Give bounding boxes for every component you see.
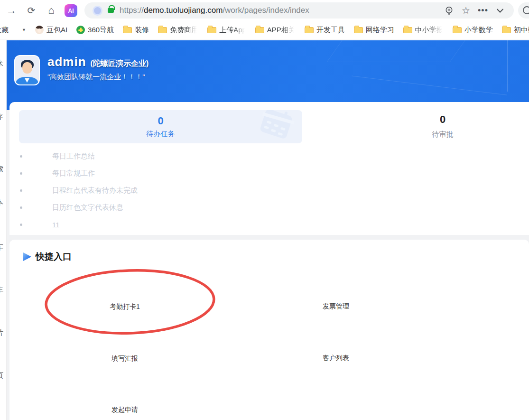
partial-char: 页 xyxy=(0,371,3,380)
bookmark-star-icon[interactable]: ☆ xyxy=(459,2,473,19)
bookmark-label: 开发工具 xyxy=(316,26,345,35)
bookmark-folder-zhongxiaoxue[interactable]: 中小学报 xyxy=(403,26,444,35)
folder-icon xyxy=(255,27,264,33)
left-edge-clipped-strip: 来 序 索 本 车 丰 片 页 xyxy=(0,40,7,420)
address-bar[interactable]: https://demo.tuoluojiang.com/work/pages/… xyxy=(84,2,514,19)
notice-item[interactable]: 每日常规工作 xyxy=(9,165,529,182)
quick-entry-title: 快捷入口 xyxy=(23,251,72,263)
approval-stat[interactable]: 0 待审批 xyxy=(395,113,490,139)
bookmark-folder-mianfei[interactable]: 免费商用 xyxy=(158,26,198,35)
company-name: (陀螺匠演示企业) xyxy=(91,59,149,67)
play-triangle-icon xyxy=(23,252,31,261)
avatar-collar xyxy=(25,78,29,83)
notice-text: 11 xyxy=(52,221,60,229)
bookmarks-bar: 收藏 ▼ 豆包AI 360导航 装修 免费商用 上传App APP相关 开发工具… xyxy=(0,21,529,39)
bookmark-label: 装修 xyxy=(135,26,149,35)
folder-icon xyxy=(354,27,363,33)
favorites-dropdown-icon[interactable]: ▼ xyxy=(22,28,26,32)
bookmark-360nav[interactable]: 360导航 xyxy=(76,26,114,35)
quick-entry-title-text: 快捷入口 xyxy=(36,251,72,263)
partial-char: 本 xyxy=(0,198,3,207)
calendar-watermark-icon xyxy=(260,110,293,140)
user-motto: "高效团队铸就一流企业！！！" xyxy=(47,73,145,82)
notice-list: 每日工作总结 每日常规工作 日程红点代表有待办未完成 日历红色文字代表休息 11 xyxy=(9,148,529,233)
bookmark-folder-wangluo[interactable]: 网络学习 xyxy=(354,26,394,35)
user-avatar[interactable] xyxy=(14,55,40,85)
quick-entry-invoice[interactable]: 发票管理 xyxy=(265,302,407,311)
username-text: admin xyxy=(47,55,86,69)
notice-text: 日历红色文字代表休息 xyxy=(52,203,123,212)
todo-tasks-stat[interactable]: 0 待办任务 xyxy=(19,110,302,143)
quick-entry-report[interactable]: 填写汇报 xyxy=(54,355,196,363)
bullet-icon xyxy=(20,155,22,158)
bookmark-label: 小学数学 xyxy=(464,26,493,35)
bookmark-folder-chuzhong[interactable]: 初中数学 xyxy=(502,26,529,35)
bullet-icon xyxy=(20,224,22,226)
partial-char: 丰 xyxy=(0,286,3,295)
approval-count: 0 xyxy=(395,113,490,126)
quick-entry-apply[interactable]: 发起申请 xyxy=(54,406,196,414)
stats-card: 0 待办任务 0 待审批 每日工作总结 每日常规工作 日程红点代表有待办未完成 … xyxy=(9,102,529,235)
approval-label: 待审批 xyxy=(395,130,490,139)
url-text[interactable]: https://demo.tuoluojiang.com/work/pages/… xyxy=(120,6,309,15)
bookmark-folder-zhuangxiu[interactable]: 装修 xyxy=(123,26,149,35)
bullet-icon xyxy=(20,206,22,209)
bookmark-folder-xiaoxue[interactable]: 小学数学 xyxy=(453,26,493,35)
url-domain: demo.tuoluojiang.com xyxy=(144,6,223,15)
todo-count: 0 xyxy=(158,115,163,127)
bullet-icon xyxy=(20,172,22,175)
reload-icon[interactable]: ⟳ xyxy=(24,0,39,21)
chevron-down-icon[interactable] xyxy=(493,2,507,19)
partial-char: 索 xyxy=(0,165,3,174)
bookmark-label: 免费商用 xyxy=(170,26,198,35)
bookmark-folder-kaifa[interactable]: 开发工具 xyxy=(305,26,345,35)
notice-text: 每日工作总结 xyxy=(52,152,95,161)
bookmark-label: 初中数学 xyxy=(514,26,529,35)
ai-extension-icon[interactable]: AI xyxy=(65,4,77,17)
bookmark-label: 上传App xyxy=(219,26,246,35)
folder-icon xyxy=(158,27,167,33)
folder-icon xyxy=(403,27,412,33)
bookmark-folder-shangchuan[interactable]: 上传App xyxy=(207,26,246,35)
bullet-icon xyxy=(20,189,22,192)
toolbar-side-pill[interactable] xyxy=(518,2,529,19)
notice-item[interactable]: 日历红色文字代表休息 xyxy=(9,199,529,216)
url-path: /work/pages/index/index xyxy=(223,6,309,15)
bookmark-label: 360导航 xyxy=(88,26,114,35)
more-options-icon[interactable]: ••• xyxy=(476,2,490,19)
bookmark-folder-appxiangguan[interactable]: APP相关 xyxy=(255,26,296,35)
doubao-avatar-icon xyxy=(35,26,44,34)
bookmark-label: 网络学习 xyxy=(366,26,394,35)
extension-lightbulb-plus-icon[interactable] xyxy=(442,2,456,19)
extension-circle-icon[interactable] xyxy=(94,7,101,14)
forward-icon[interactable]: → xyxy=(4,0,19,21)
partial-char: 来 xyxy=(0,59,3,68)
bookmark-label: 豆包AI xyxy=(46,26,67,35)
partial-char: 车 xyxy=(0,243,3,252)
partial-char: 片 xyxy=(0,328,3,337)
home-icon[interactable]: ⌂ xyxy=(44,0,59,21)
user-header-banner: admin(陀螺匠演示企业) "高效团队铸就一流企业！！！" xyxy=(7,40,529,110)
url-scheme: https:// xyxy=(120,6,144,15)
favorites-label[interactable]: 收藏 xyxy=(0,26,16,35)
folder-icon xyxy=(207,27,216,33)
folder-icon xyxy=(453,27,462,33)
red-circle-annotation xyxy=(43,267,217,338)
notice-item[interactable]: 日程红点代表有待办未完成 xyxy=(9,182,529,199)
avatar-face xyxy=(22,62,32,74)
folder-icon xyxy=(502,27,511,33)
partial-char: 序 xyxy=(0,112,3,121)
profile-circle-icon[interactable] xyxy=(523,6,529,14)
favorites-label-text: 收藏 xyxy=(0,26,9,35)
nav360-icon xyxy=(76,26,85,34)
bookmark-doubao-ai[interactable]: 豆包AI xyxy=(35,26,67,35)
notice-text: 每日常规工作 xyxy=(52,169,95,178)
notice-item[interactable]: 每日工作总结 xyxy=(9,148,529,165)
notice-item[interactable]: 11 xyxy=(9,216,529,233)
quick-entry-attendance[interactable]: 考勤打卡1 xyxy=(54,303,196,311)
quick-entry-card: 快捷入口 考勤打卡1 发票管理 填写汇报 客户列表 发起申请 xyxy=(9,240,529,420)
notice-text: 日程红点代表有待办未完成 xyxy=(52,186,138,195)
ssl-lock-icon[interactable] xyxy=(108,8,114,13)
quick-entry-customers[interactable]: 客户列表 xyxy=(265,354,407,363)
todo-label: 待办任务 xyxy=(147,130,175,139)
